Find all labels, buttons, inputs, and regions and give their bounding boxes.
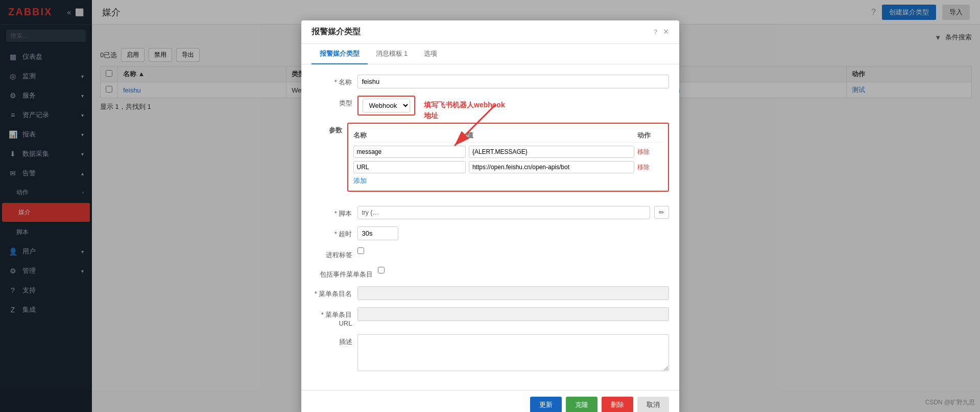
process-tag-control [357,247,669,256]
params-header: 名称 值 动作 [353,129,663,143]
params-label: 参数 [312,123,342,135]
update-button[interactable]: 更新 [530,397,562,412]
tab-options[interactable]: 选项 [416,44,445,64]
tab-media-type[interactable]: 报警媒介类型 [312,44,368,64]
params-col-name: 名称 [353,131,467,140]
params-add-button[interactable]: 添加 [353,176,367,186]
menu-name-label: * 菜单条目名 [312,286,352,299]
dialog-body: * 名称 feishu 类型 Webhook Email [301,64,679,390]
params-remove-button-1[interactable]: 移除 [637,163,650,172]
include-events-checkbox[interactable] [378,267,385,273]
name-control: feishu [357,75,669,88]
params-remove-button-0[interactable]: 移除 [637,148,650,156]
include-events-label: 包括事件菜单条目 [312,267,373,279]
type-box: Webhook Email [357,96,415,116]
timeout-label: * 超时 [312,226,352,239]
params-box: 名称 值 动作 移除 [347,123,669,192]
dialog-footer: 更新 克隆 删除 取消 [301,390,679,412]
params-col-value: 值 [467,131,637,140]
script-input[interactable]: try {… [357,206,650,219]
menu-url-input[interactable] [357,307,669,321]
form-row-name: * 名称 feishu [312,75,669,88]
process-tag-label: 进程标签 [312,247,352,260]
menu-name-input[interactable] [357,286,669,300]
menu-name-control [357,286,669,300]
tab-message-template[interactable]: 消息模板 1 [368,44,416,64]
timeout-input[interactable]: 30s [357,226,398,240]
form-row-type: 类型 Webhook Email [312,96,669,116]
params-name-input-1[interactable] [353,161,466,173]
params-action-1: 移除 [637,163,663,172]
dialog-tabs: 报警媒介类型 消息模板 1 选项 [301,44,679,64]
process-tag-checkbox[interactable] [357,247,364,254]
params-action-0: 移除 [637,148,663,156]
type-select[interactable]: Webhook Email [363,99,410,112]
include-events-control [378,267,669,275]
form-row-menu-name: * 菜单条目名 [312,286,669,300]
form-row-menu-url: * 菜单条目 URL [312,307,669,327]
name-input[interactable]: feishu [357,75,669,88]
cancel-button[interactable]: 取消 [637,397,669,412]
script-control: try {… ✏ [357,206,669,219]
delete-button[interactable]: 删除 [602,397,633,412]
form-row-timeout: * 超时 30s [312,226,669,240]
timeout-control: 30s [357,226,669,240]
params-col-action: 动作 [637,131,663,140]
dialog-title: 报警媒介类型 [312,27,361,37]
type-control: Webhook Email [357,96,669,116]
description-label: 插述 [312,334,352,347]
script-edit-button[interactable]: ✏ [654,206,669,219]
form-row-description: 插述 [312,334,669,373]
menu-url-control [357,307,669,321]
params-row-1: 移除 [353,161,663,173]
form-row-params: 参数 名称 值 动作 移除 [312,123,669,199]
clone-button[interactable]: 克隆 [566,397,597,412]
menu-url-label: * 菜单条目 URL [312,307,352,327]
name-label: * 名称 [312,75,352,87]
form-row-include-events: 包括事件菜单条目 [312,267,669,279]
dialog-help-icon[interactable]: ? [654,28,657,36]
params-value-input-0[interactable] [469,146,634,158]
dialog: 报警媒介类型 ? × 报警媒介类型 消息模板 1 选项 * 名称 feishu … [301,20,679,412]
params-control: 名称 值 动作 移除 [347,123,669,199]
description-textarea[interactable] [357,334,669,371]
description-control [357,334,669,373]
params-name-input-0[interactable] [353,146,466,158]
params-row-0: 移除 [353,146,663,158]
dialog-header-icons: ? × [654,27,669,37]
type-label: 类型 [312,96,352,108]
script-label: * 脚本 [312,206,352,218]
params-value-input-1[interactable] [469,161,634,173]
dialog-overlay: 报警媒介类型 ? × 报警媒介类型 消息模板 1 选项 * 名称 feishu … [0,0,980,412]
form-row-script: * 脚本 try {… ✏ [312,206,669,219]
form-row-process-tag: 进程标签 [312,247,669,260]
dialog-header: 报警媒介类型 ? × [301,20,679,44]
dialog-close-icon[interactable]: × [663,27,669,37]
